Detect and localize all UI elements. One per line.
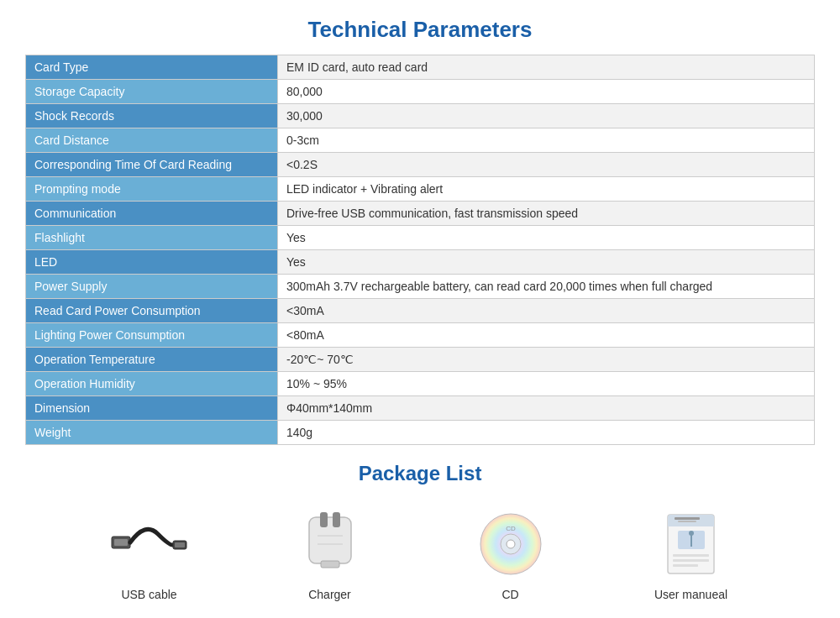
svg-rect-3 bbox=[175, 542, 185, 547]
param-value: <0.2S bbox=[278, 153, 815, 177]
svg-rect-6 bbox=[320, 512, 328, 527]
charger-label: Charger bbox=[308, 588, 351, 601]
table-row: Card Distance0-3cm bbox=[26, 128, 815, 153]
table-row: Storage Capacity80,000 bbox=[26, 80, 815, 104]
package-item-user-manual: User manueal bbox=[649, 511, 733, 601]
param-value: LED indicator + Vibrating alert bbox=[278, 177, 815, 202]
table-row: Weight140g bbox=[26, 421, 815, 445]
param-label: LED bbox=[26, 250, 278, 275]
svg-rect-7 bbox=[333, 512, 340, 527]
charger-icon bbox=[288, 511, 372, 578]
package-item-cd: CD CD bbox=[469, 511, 553, 601]
table-row: FlashlightYes bbox=[26, 226, 815, 250]
table-row: LEDYes bbox=[26, 250, 815, 275]
param-label: Card Distance bbox=[26, 128, 278, 153]
usb-cable-label: USB cable bbox=[121, 588, 176, 601]
param-label: Shock Records bbox=[26, 104, 278, 128]
svg-rect-1 bbox=[114, 539, 128, 546]
param-value: 30,000 bbox=[278, 104, 815, 128]
svg-text:CD: CD bbox=[506, 525, 516, 532]
table-row: DimensionΦ40mm*140mm bbox=[26, 396, 815, 421]
package-title: Package List bbox=[25, 462, 815, 485]
param-label: Lighting Power Consumption bbox=[26, 323, 278, 348]
table-row: Operation Humidity10% ~ 95% bbox=[26, 372, 815, 396]
svg-point-12 bbox=[507, 540, 515, 548]
table-row: Prompting modeLED indicator + Vibrating … bbox=[26, 177, 815, 202]
user-manual-label: User manueal bbox=[654, 588, 727, 601]
param-value: <80mA bbox=[278, 323, 815, 348]
param-value: 300mAh 3.7V rechargeable battery, can re… bbox=[278, 275, 815, 299]
package-item-usb-cable: USB cable bbox=[108, 511, 192, 601]
cd-label: CD bbox=[501, 588, 518, 601]
package-list: USB cable Charger bbox=[25, 502, 815, 610]
param-value: Drive-free USB communication, fast trans… bbox=[278, 202, 815, 226]
param-label: Flashlight bbox=[26, 226, 278, 250]
param-value: 0-3cm bbox=[278, 128, 815, 153]
param-label: Communication bbox=[26, 202, 278, 226]
param-value: Yes bbox=[278, 250, 815, 275]
usb-cable-icon bbox=[108, 511, 192, 578]
svg-rect-16 bbox=[668, 522, 714, 526]
svg-point-21 bbox=[689, 531, 694, 536]
table-row: Operation Temperature-20℃~ 70℃ bbox=[26, 348, 815, 372]
param-label: Power Supply bbox=[26, 275, 278, 299]
table-row: Read Card Power Consumption<30mA bbox=[26, 299, 815, 323]
svg-rect-17 bbox=[675, 517, 700, 520]
table-row: Corresponding Time Of Card Reading<0.2S bbox=[26, 153, 815, 177]
page-title: Technical Parameters bbox=[25, 17, 815, 43]
svg-rect-5 bbox=[321, 561, 339, 568]
svg-rect-4 bbox=[309, 517, 351, 563]
package-item-charger: Charger bbox=[288, 511, 372, 601]
param-label: Operation Humidity bbox=[26, 372, 278, 396]
param-value: 80,000 bbox=[278, 80, 815, 104]
table-row: Shock Records30,000 bbox=[26, 104, 815, 128]
table-row: Card TypeEM ID card, auto read card bbox=[26, 55, 815, 80]
svg-rect-24 bbox=[673, 564, 698, 567]
param-value: 10% ~ 95% bbox=[278, 372, 815, 396]
param-label: Storage Capacity bbox=[26, 80, 278, 104]
user-manual-icon bbox=[649, 511, 733, 578]
param-value: Φ40mm*140mm bbox=[278, 396, 815, 421]
param-value: Yes bbox=[278, 226, 815, 250]
svg-rect-18 bbox=[678, 521, 696, 522]
table-row: Power Supply300mAh 3.7V rechargeable bat… bbox=[26, 275, 815, 299]
params-table: Card TypeEM ID card, auto read cardStora… bbox=[25, 55, 815, 445]
param-label: Dimension bbox=[26, 396, 278, 421]
svg-rect-22 bbox=[673, 554, 709, 557]
param-label: Weight bbox=[26, 421, 278, 445]
param-label: Read Card Power Consumption bbox=[26, 299, 278, 323]
param-value: 140g bbox=[278, 421, 815, 445]
param-value: EM ID card, auto read card bbox=[278, 55, 815, 80]
table-row: Lighting Power Consumption<80mA bbox=[26, 323, 815, 348]
param-label: Prompting mode bbox=[26, 177, 278, 202]
param-label: Card Type bbox=[26, 55, 278, 80]
table-row: CommunicationDrive-free USB communicatio… bbox=[26, 202, 815, 226]
param-value: <30mA bbox=[278, 299, 815, 323]
cd-icon: CD bbox=[469, 511, 553, 578]
param-value: -20℃~ 70℃ bbox=[278, 348, 815, 372]
svg-rect-23 bbox=[673, 559, 709, 562]
param-label: Corresponding Time Of Card Reading bbox=[26, 153, 278, 177]
param-label: Operation Temperature bbox=[26, 348, 278, 372]
